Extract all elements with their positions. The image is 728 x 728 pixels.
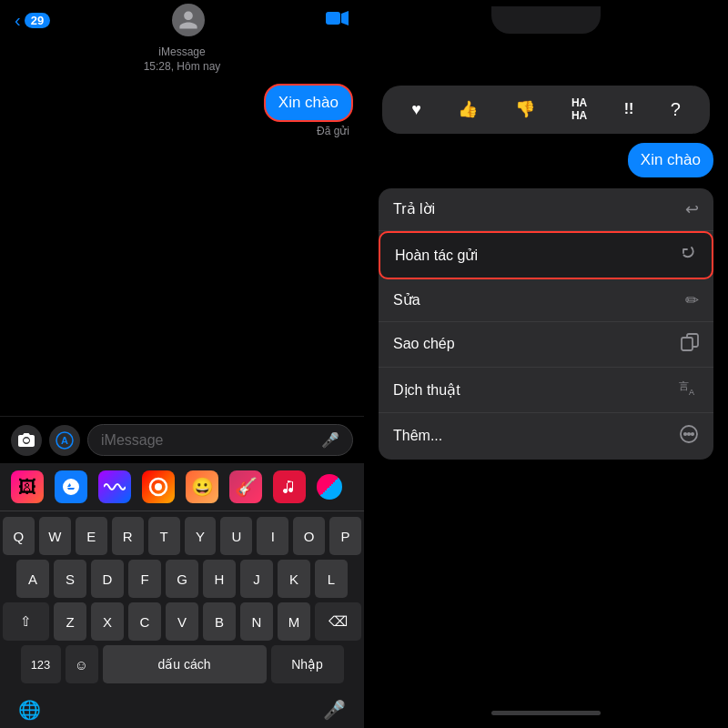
keyboard-row-2: A S D F G H J K L	[3, 560, 361, 598]
reaction-exclaim[interactable]: !!	[617, 97, 642, 121]
key-y[interactable]: Y	[185, 517, 217, 555]
unsend-icon	[679, 244, 697, 267]
keyboard-row-3: ⇧ Z X C V B N M ⌫	[3, 602, 361, 641]
key-s[interactable]: S	[54, 560, 86, 598]
right-message-bubble[interactable]: Xin chào	[628, 143, 713, 177]
key-i[interactable]: I	[257, 517, 288, 555]
input-placeholder: iMessage	[101, 432, 163, 449]
video-call-button[interactable]	[326, 8, 349, 32]
globe-icon[interactable]: 🌐	[18, 699, 41, 721]
reaction-thumbsdown[interactable]: 👎	[508, 96, 542, 123]
key-c[interactable]: C	[128, 602, 161, 641]
photos-app-icon[interactable]: 🖼	[11, 470, 44, 503]
key-h[interactable]: H	[203, 560, 236, 598]
message-bubble[interactable]: Xin chào	[264, 84, 353, 122]
menu-item-unsend-label: Hoàn tác gửi	[395, 247, 478, 264]
person-icon	[177, 9, 199, 31]
key-l[interactable]: L	[315, 560, 348, 598]
appstore-app-icon[interactable]	[55, 470, 87, 503]
key-d[interactable]: D	[91, 560, 124, 598]
svg-marker-1	[341, 11, 349, 25]
contact-avatar[interactable]	[172, 4, 205, 36]
svg-point-5	[155, 483, 162, 490]
memoji-app-icon[interactable]: 😀	[186, 470, 218, 503]
key-m[interactable]: M	[278, 602, 310, 641]
key-k[interactable]: K	[278, 560, 310, 598]
menu-item-edit[interactable]: Sửa ✏	[379, 279, 713, 322]
key-emoji[interactable]: ☺	[66, 645, 98, 683]
time-label: 15:28, Hôm nay	[0, 60, 364, 76]
key-r[interactable]: R	[112, 517, 144, 555]
waves-app-icon[interactable]	[98, 470, 131, 503]
notch-shape	[491, 6, 601, 34]
music-app-icon[interactable]	[273, 470, 306, 503]
key-space[interactable]: dấu cách	[103, 645, 267, 683]
menu-item-translate[interactable]: Dịch thuật 言 A	[379, 368, 713, 413]
camera-button[interactable]	[11, 425, 42, 456]
keyboard-row-1: Q W E R T Y U I O P	[3, 517, 361, 555]
key-e[interactable]: E	[76, 517, 107, 555]
back-chevron-icon: ‹	[15, 10, 21, 31]
key-o[interactable]: O	[293, 517, 325, 555]
menu-item-copy-label: Sao chép	[393, 336, 455, 352]
key-x[interactable]: X	[91, 602, 124, 641]
svg-text:A: A	[689, 388, 694, 397]
menu-item-copy[interactable]: Sao chép	[379, 322, 713, 368]
key-delete[interactable]: ⌫	[315, 602, 361, 641]
translate-icon: 言 A	[679, 379, 699, 401]
message-input[interactable]: iMessage 🎤	[87, 424, 353, 456]
key-w[interactable]: W	[39, 517, 71, 555]
mic-icon: 🎤	[321, 431, 339, 449]
dictation-icon[interactable]: 🎤	[323, 699, 346, 721]
key-q[interactable]: Q	[3, 517, 35, 555]
svg-rect-7	[682, 338, 693, 350]
reaction-thumbsup[interactable]: 👍	[450, 96, 485, 123]
sent-label: Đã gửi	[317, 125, 353, 137]
reaction-haha[interactable]: HAHA	[564, 93, 594, 126]
menu-item-translate-label: Dịch thuật	[393, 381, 460, 399]
reply-icon: ↩	[685, 199, 699, 219]
circle-app-icon[interactable]	[142, 470, 175, 503]
key-123[interactable]: 123	[21, 645, 61, 683]
reaction-heart[interactable]: ♥	[404, 96, 429, 123]
right-panel: ♥ 👍 👎 HAHA !! ? Xin chào Trả lời ↩ Hoàn …	[364, 0, 728, 728]
avatar-app-icon[interactable]: 🎸	[229, 470, 262, 503]
reaction-bar: ♥ 👍 👎 HAHA !! ?	[382, 86, 710, 134]
key-z[interactable]: Z	[54, 602, 86, 641]
menu-item-unsend[interactable]: Hoàn tác gửi	[379, 231, 713, 279]
key-f[interactable]: F	[128, 560, 161, 598]
back-button[interactable]: ‹ 29	[15, 10, 50, 31]
svg-point-12	[688, 433, 690, 435]
keyboard: Q W E R T Y U I O P A S D F G H J K L ⇧ …	[0, 511, 364, 692]
key-j[interactable]: J	[240, 560, 273, 598]
svg-rect-0	[326, 12, 340, 25]
menu-item-reply[interactable]: Trả lời ↩	[379, 188, 713, 231]
key-n[interactable]: N	[240, 602, 273, 641]
home-indicator	[491, 711, 601, 715]
reaction-question[interactable]: ?	[663, 96, 688, 124]
key-shift[interactable]: ⇧	[3, 602, 49, 641]
copy-icon	[681, 333, 699, 356]
context-menu: Trả lời ↩ Hoàn tác gửi Sửa ✏ Sao chép	[379, 188, 713, 460]
key-u[interactable]: U	[220, 517, 252, 555]
menu-item-more-label: Thêm...	[393, 428, 442, 444]
right-bubble-row: Xin chào	[364, 143, 728, 177]
key-t[interactable]: T	[148, 517, 180, 555]
apps-button[interactable]: A	[49, 425, 80, 456]
imessage-label: iMessage	[0, 40, 364, 60]
key-v[interactable]: V	[166, 602, 198, 641]
key-a[interactable]: A	[16, 560, 49, 598]
menu-item-edit-label: Sửa	[393, 291, 420, 308]
messages-area: Xin chào Đã gửi	[0, 76, 364, 416]
sent-message-row: Xin chào Đã gửi	[11, 84, 353, 137]
key-b[interactable]: B	[203, 602, 236, 641]
svg-point-11	[684, 433, 686, 435]
key-enter[interactable]: Nhập	[271, 645, 344, 683]
home-indicator-bar	[364, 697, 728, 728]
key-g[interactable]: G	[166, 560, 198, 598]
menu-item-more[interactable]: Thêm...	[379, 413, 713, 460]
bubble-wrapper: Xin chào Đã gửi	[264, 84, 353, 137]
key-p[interactable]: P	[329, 517, 361, 555]
more-apps-icon[interactable]	[317, 474, 342, 500]
right-messages-bg: ♥ 👍 👎 HAHA !! ? Xin chào Trả lời ↩ Hoàn …	[364, 40, 728, 728]
